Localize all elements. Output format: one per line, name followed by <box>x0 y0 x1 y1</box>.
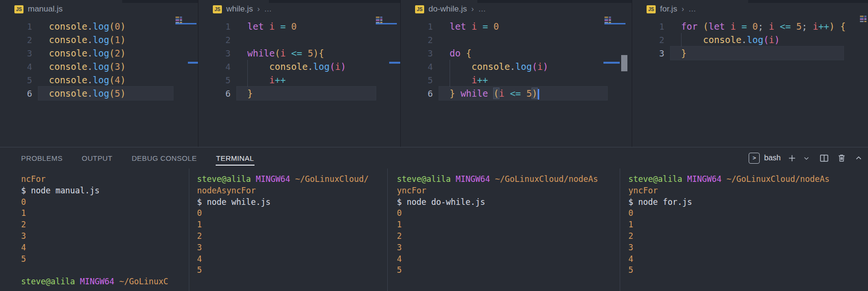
terminal-text-span <box>75 277 80 286</box>
terminal-text-span: 1 <box>21 208 26 218</box>
code-line[interactable]: 6} while (i <= 5) <box>401 87 632 100</box>
terminal-line: 3 <box>397 242 620 254</box>
terminal-shell-label: bash <box>764 154 781 162</box>
code-line[interactable]: 5console.log(4) <box>0 73 198 87</box>
split-terminal-button[interactable] <box>820 154 829 163</box>
code-token: ) <box>313 48 318 58</box>
terminal-instance-1[interactable]: ncFor$ node manual.js012345 steve@alila … <box>0 168 189 291</box>
terminal-text-span: MINGW64 <box>256 174 290 184</box>
terminal-text-span: 0 <box>628 208 633 218</box>
maximize-panel-chevron-up-icon[interactable] <box>855 155 862 162</box>
panel-tab-output[interactable]: OUTPUT <box>81 151 113 165</box>
code-line[interactable]: 5 i++ <box>401 73 632 87</box>
terminal-launch-profile-chevron-down-icon[interactable] <box>803 155 810 161</box>
code-area[interactable]: 1let i = 023while(i <= 5){4 console.log(… <box>198 20 401 100</box>
panel-tab-problems[interactable]: PROBLEMS <box>21 151 63 165</box>
code-line[interactable]: 1let i = 0 <box>401 20 632 33</box>
line-number[interactable]: 2 <box>632 35 664 45</box>
terminal-instance-4[interactable]: steve@alila MINGW64 ~/GoLinuxCloud/nodeA… <box>620 168 868 291</box>
breadcrumb-chevron-icon: › <box>471 5 474 13</box>
line-number[interactable]: 3 <box>0 48 32 58</box>
line-number[interactable]: 4 <box>0 62 32 72</box>
scrollbar-thumb[interactable] <box>621 55 627 71</box>
code-line[interactable]: 2 <box>401 33 632 46</box>
line-number[interactable]: 2 <box>0 35 32 45</box>
panel-tab-debug-console[interactable]: DEBUG CONSOLE <box>131 151 197 165</box>
overview-ruler-cursor-marker <box>603 62 620 64</box>
code-line[interactable]: 3do { <box>401 46 632 60</box>
line-number[interactable]: 6 <box>0 89 32 99</box>
terminal-line: 0 <box>21 197 189 208</box>
minimap-code-mark <box>609 20 611 21</box>
code-token: 5 <box>115 88 120 99</box>
line-number[interactable]: 3 <box>401 48 433 58</box>
terminal-text-span <box>722 174 727 184</box>
line-number[interactable]: 1 <box>0 22 32 32</box>
line-number[interactable]: 1 <box>198 22 231 32</box>
line-number[interactable]: 6 <box>401 89 433 99</box>
code-token: console <box>49 88 87 99</box>
code-line[interactable]: 3while(i <= 5){ <box>198 46 401 60</box>
code-line[interactable]: 3} <box>632 46 868 60</box>
line-number[interactable]: 5 <box>0 75 32 85</box>
code-line[interactable]: 4 console.log(i) <box>401 60 632 73</box>
breadcrumb[interactable]: JSmanual.js <box>14 4 63 14</box>
line-number[interactable]: 1 <box>632 22 664 32</box>
panel-tab-terminal[interactable]: TERMINAL <box>216 151 255 165</box>
minimap-code-mark <box>380 19 382 20</box>
terminal-instance-2[interactable]: steve@alila MINGW64 ~/GoLinuxCloud/nodeA… <box>189 168 387 291</box>
breadcrumb[interactable]: JSfor.js›… <box>647 4 696 14</box>
terminal-instance-3[interactable]: steve@alila MINGW64 ~/GoLinuxCloud/nodeA… <box>387 168 620 291</box>
line-number[interactable]: 4 <box>401 62 433 72</box>
line-number[interactable]: 3 <box>632 48 664 58</box>
code-token: { <box>319 48 324 58</box>
terminal-text-span: MINGW64 <box>687 174 722 184</box>
code-area[interactable]: 1for (let i = 0; i <= 5; i++) {2 console… <box>632 20 868 60</box>
terminal-text-span: 2 <box>197 231 202 241</box>
code-line[interactable]: 2 <box>198 33 401 46</box>
js-file-icon: JS <box>14 5 23 13</box>
code-token: log <box>93 34 109 45</box>
terminal-line: steve@alila MINGW64 ~/GoLinuxCloud/ <box>197 174 387 185</box>
minimap-code-mark <box>860 16 864 17</box>
breadcrumb-symbol-ellipsis: … <box>264 5 272 13</box>
line-number[interactable]: 3 <box>198 48 231 58</box>
code-line-text <box>231 33 247 46</box>
breadcrumb[interactable]: JSdo-while.js›… <box>415 4 486 14</box>
line-number[interactable]: 5 <box>198 75 231 85</box>
code-token: ( <box>494 88 499 99</box>
code-token: i <box>335 61 340 72</box>
code-line[interactable]: 1let i = 0 <box>198 20 401 33</box>
kill-terminal-trash-button[interactable] <box>837 154 846 162</box>
terminal-line: 2 <box>197 231 387 242</box>
code-line-text: console.log(5) <box>32 87 126 100</box>
minimap-code-mark <box>864 18 867 19</box>
code-area[interactable]: 1console.log(0)2console.log(1)3console.l… <box>0 20 198 100</box>
code-line[interactable]: 6console.log(5) <box>0 87 198 100</box>
code-line[interactable]: 5 i++ <box>198 73 401 87</box>
code-line[interactable]: 2 console.log(i) <box>632 33 868 46</box>
breadcrumb[interactable]: JSwhile.js›… <box>213 4 272 14</box>
code-line[interactable]: 6} <box>198 87 401 100</box>
code-token: i <box>769 21 780 32</box>
code-line[interactable]: 4console.log(3) <box>0 60 198 73</box>
code-token: . <box>741 34 747 45</box>
line-number[interactable]: 5 <box>401 75 433 85</box>
code-line[interactable]: 2console.log(1) <box>0 33 198 46</box>
code-line[interactable]: 1console.log(0) <box>0 20 198 33</box>
line-number[interactable]: 1 <box>401 22 433 32</box>
new-terminal-button[interactable] <box>788 154 796 162</box>
line-number[interactable]: 2 <box>198 35 231 45</box>
code-line[interactable]: 3console.log(2) <box>0 46 198 60</box>
terminal-line: steve@alila MINGW64 ~/GoLinuxCloud/nodeA… <box>628 174 868 185</box>
minimap-code-mark <box>860 19 864 20</box>
code-token: ) <box>341 61 346 72</box>
line-number[interactable]: 6 <box>198 89 231 99</box>
code-token: ) <box>120 75 126 85</box>
code-area[interactable]: 1let i = 023do {4 console.log(i)5 i++6} … <box>401 20 632 100</box>
indent-guide <box>450 60 450 73</box>
code-line[interactable]: 4 console.log(i) <box>198 60 401 73</box>
code-line[interactable]: 1for (let i = 0; i <= 5; i++) { <box>632 20 868 33</box>
line-number[interactable]: 2 <box>401 35 433 45</box>
line-number[interactable]: 4 <box>198 62 231 72</box>
